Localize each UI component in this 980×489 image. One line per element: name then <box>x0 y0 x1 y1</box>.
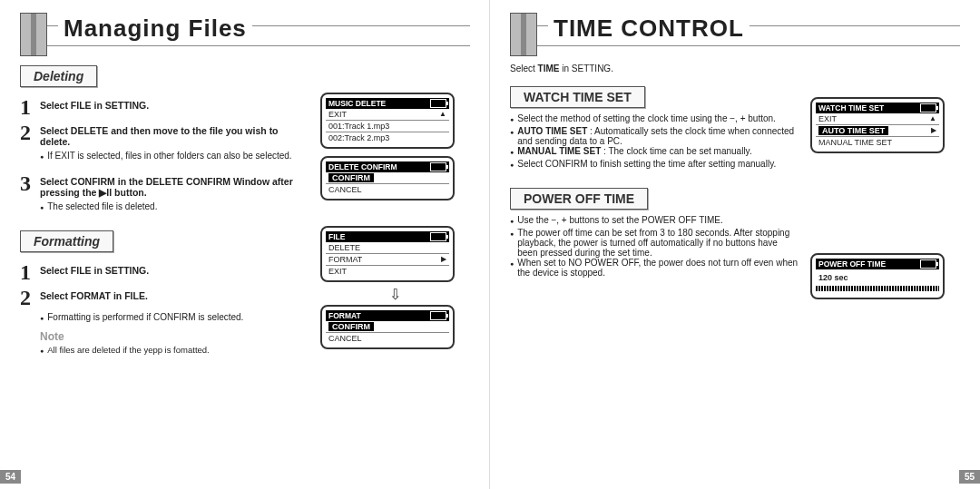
page-title: Managing Files <box>58 15 252 43</box>
fmt2-text: Select FORMAT in FILE. <box>40 290 148 301</box>
page-header-right: TIME CONTROL <box>510 18 960 56</box>
step-3: 3 Select CONFIRM in the DELETE CONFIRM W… <box>20 172 309 198</box>
page-header-left: Managing Files <box>20 18 470 56</box>
section-watch-time: WATCH TIME SET <box>510 86 645 108</box>
step-1: 1 Select FILE in SETTING. <box>20 96 309 118</box>
page-number: 55 <box>959 470 980 484</box>
power-b2: The power off time can be set from 3 to … <box>510 228 799 258</box>
step2-text: Select DELETE and then move to the file … <box>40 125 279 147</box>
page-number: 54 <box>0 470 21 484</box>
section-formatting: Formatting <box>20 230 113 252</box>
lcd-music-delete: MUSIC DELETE EXIT▲ 001:Track 1.mp3 002:T… <box>320 93 455 149</box>
fmt-step-2: 2 Select FORMAT in FILE. <box>20 287 309 308</box>
intro-time: TIME <box>538 64 560 73</box>
watch-b1: Select the method of setting the clock t… <box>510 113 799 126</box>
watch-b3: MANUAL TIME SET : The clock time can be … <box>510 146 799 159</box>
power-b1: Use the −, + buttons to set the POWER OF… <box>510 215 799 228</box>
intro-post: in SETTING. <box>559 64 612 73</box>
power-b3: When set to NO POWER OFF, the power does… <box>510 258 799 278</box>
section-deleting: Deleting <box>20 65 97 87</box>
step2-bullet: If EXIT is selected, files in other fold… <box>40 151 309 163</box>
watch-b4: Select CONFIRM to finish setting the tim… <box>510 159 799 171</box>
step3-text: Select CONFIRM in the DELETE CONFIRM Win… <box>40 176 293 198</box>
note-label: Note <box>40 330 309 343</box>
fmt-step-1: 1 Select FILE in SETTING. <box>20 261 309 283</box>
lcd-format: FORMAT CONFIRM CANCEL <box>320 305 455 349</box>
step1-text: Select FILE in SETTING. <box>40 100 149 111</box>
lcd-delete-confirm: DELETE CONFIRM CONFIRM CANCEL <box>320 156 455 200</box>
note-text: All files are deleted if the yepp is fom… <box>40 345 309 357</box>
lcd-power-off: POWER OFF TIME 120 sec <box>810 253 945 299</box>
step-2: 2 Select DELETE and then move to the fil… <box>20 122 309 147</box>
section-power-off: POWER OFF TIME <box>510 188 648 210</box>
arrow-down-icon: ⇩ <box>320 286 470 303</box>
intro-pre: Select <box>510 64 538 73</box>
watch-b2: AUTO TIME SET : Automatically sets the c… <box>510 126 799 146</box>
lcd-file: FILE DELETE FORMAT▶ EXIT <box>320 226 455 282</box>
lcd-watch-time: WATCH TIME SET EXIT▲ AUTO TIME SET▶ MANU… <box>810 97 945 153</box>
page-title: TIME CONTROL <box>548 15 750 43</box>
fmt1-text: Select FILE in SETTING. <box>40 265 149 276</box>
fmt-bullet: Formatting is performed if CONFIRM is se… <box>40 312 309 325</box>
step3-bullet: The selected file is deleted. <box>40 201 309 214</box>
